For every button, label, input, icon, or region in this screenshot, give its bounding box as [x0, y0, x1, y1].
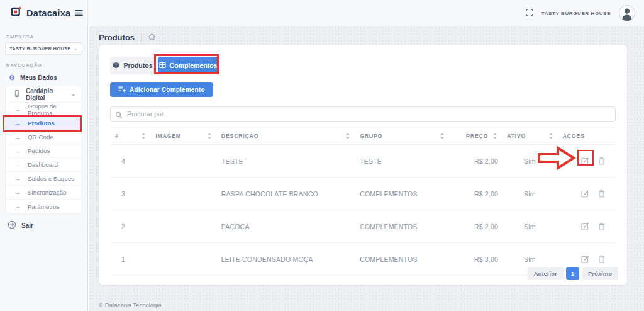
pagination-next-button[interactable]: Próximo [582, 267, 618, 280]
arrow-right-icon: → [15, 203, 21, 210]
sidebar-item-cardapio-digital[interactable]: Cardápio Digital ⌄ [6, 86, 82, 103]
tab-complementos[interactable]: Complementos [158, 57, 218, 74]
content-card: Produtos Complementos [99, 45, 627, 285]
trash-icon [598, 255, 605, 263]
column-header-id: # [115, 133, 119, 139]
sidebar-item-pedidos[interactable]: → Pedidos [6, 144, 82, 158]
company-select-value: TASTY BURGUER HOUSE [9, 46, 71, 52]
search-icon [115, 110, 123, 122]
sidebar-item-label: Grupos de Produtos [28, 103, 82, 116]
sidebar: Datacaixa EMPRESA TASTY BURGUER HOUSE ⌄ … [0, 0, 88, 311]
pagination-page-1-button[interactable]: 1 [566, 267, 579, 280]
sort-icon[interactable] [346, 133, 350, 139]
topbar: TASTY BURGUER HOUSE [89, 0, 644, 26]
search-input[interactable] [110, 106, 616, 122]
delete-button[interactable] [598, 255, 605, 263]
edit-button[interactable] [581, 189, 589, 198]
delete-button[interactable] [598, 189, 605, 198]
trash-icon [598, 222, 605, 230]
sidebar-item-label: Produtos [28, 120, 55, 127]
sidebar-item-sincronizacao[interactable]: → Sincronização [6, 186, 82, 200]
cell-ativo: Sim [502, 145, 557, 178]
edit-button[interactable] [581, 222, 589, 230]
complementos-table: # IMAGEM DESCRIÇÃO GRUPO PREÇO ATIVO AÇÕ… [110, 127, 616, 276]
cell-imagem [150, 145, 216, 178]
chevron-down-icon: ⌄ [74, 46, 78, 52]
menu-toggle-icon[interactable] [75, 8, 83, 19]
table-row: 4 TESTE TESTE R$ 2,00 Sim [110, 145, 616, 178]
page-title: Produtos [99, 33, 135, 42]
column-header-grupo: GRUPO [360, 133, 382, 139]
delete-button[interactable] [598, 222, 605, 230]
fullscreen-icon[interactable] [526, 8, 533, 19]
cell-descricao: LEITE CONDENSADO MOÇA [216, 243, 355, 276]
sidebar-menu-card: Cardápio Digital ⌄ → Grupos de Produtos … [5, 86, 82, 214]
edit-button[interactable] [581, 157, 589, 165]
cell-id: 3 [110, 178, 150, 210]
list-plus-icon [118, 86, 126, 94]
sort-icon[interactable] [493, 133, 497, 139]
arrow-right-icon: → [15, 106, 21, 113]
topbar-company-name: TASTY BURGUER HOUSE [541, 11, 611, 16]
cell-imagem [150, 243, 216, 276]
app-root: Datacaixa EMPRESA TASTY BURGUER HOUSE ⌄ … [0, 0, 644, 311]
table-row: 2 PAÇOCA COMPLEMENTOS R$ 2,00 Sim [110, 210, 616, 243]
edit-button[interactable] [581, 255, 589, 263]
home-icon[interactable] [148, 31, 156, 43]
arrow-right-icon: → [15, 189, 21, 196]
breadcrumb-divider [141, 33, 142, 42]
tab-label: Complementos [170, 62, 218, 69]
sidebar-item-qr-code[interactable]: → QR Code [6, 130, 82, 144]
sidebar-item-label: Meus Dados [20, 74, 57, 81]
sort-icon[interactable] [549, 133, 553, 139]
sort-icon[interactable] [440, 133, 444, 139]
brand-name: Datacaixa [26, 8, 70, 18]
sidebar-item-sair[interactable]: Sair [0, 218, 87, 232]
table-row: 3 RASPA CHOCOLATE BRANCO COMPLEMENTOS R$… [110, 178, 616, 210]
cell-id: 2 [110, 210, 150, 243]
arrow-right-icon: → [15, 162, 21, 168]
cell-grupo: TESTE [355, 145, 449, 178]
sidebar-item-label: Sair [21, 222, 33, 229]
column-header-ativo: ATIVO [507, 133, 526, 139]
delete-button[interactable] [598, 157, 605, 165]
sidebar-item-label: Cardápio Digital [26, 88, 66, 101]
cell-id: 4 [110, 145, 150, 178]
sidebar-item-label: QR Code [28, 133, 53, 140]
sidebar-item-label: Parâmetros [28, 203, 60, 210]
breadcrumb: Produtos [89, 26, 644, 43]
sidebar-item-saldos-e-saques[interactable]: → Saldos e Saques [6, 172, 82, 186]
sidebar-item-grupos-de-produtos[interactable]: → Grupos de Produtos [6, 103, 82, 116]
cell-ativo: Sim [502, 178, 557, 210]
tab-label: Produtos [123, 62, 152, 69]
cube-icon [113, 62, 119, 70]
cell-preco: R$ 3,00 [449, 243, 502, 276]
add-complemento-button[interactable]: Adicionar Complemento [110, 82, 213, 97]
sidebar-item-dashboard[interactable]: → Dashboard [6, 158, 82, 172]
tab-produtos[interactable]: Produtos [110, 57, 155, 74]
cell-preco: R$ 2,00 [449, 178, 502, 210]
sort-icon[interactable] [142, 133, 145, 139]
avatar[interactable] [619, 5, 635, 21]
edit-icon [581, 222, 589, 230]
datacaixa-logo-icon [10, 6, 22, 21]
arrow-right-icon: → [15, 176, 21, 182]
sidebar-item-label: Dashboard [28, 161, 58, 168]
person-icon [619, 6, 635, 21]
company-select[interactable]: TASTY BURGUER HOUSE ⌄ [5, 42, 82, 55]
arrow-right-icon: → [15, 148, 21, 154]
smartphone-icon [13, 89, 21, 99]
footer-copyright: © Datacaixa Tecnologia [99, 302, 162, 308]
pagination-previous-button[interactable]: Anterior [528, 267, 564, 280]
sort-icon[interactable] [208, 133, 211, 139]
cell-grupo: COMPLEMENTOS [355, 243, 449, 276]
sidebar-item-produtos[interactable]: → Produtos [6, 116, 82, 130]
cell-imagem [150, 210, 216, 243]
column-header-descricao: DESCRIÇÃO [221, 133, 258, 139]
sidebar-item-parametros[interactable]: → Parâmetros [6, 200, 82, 213]
logout-icon [8, 220, 16, 230]
trash-icon [598, 157, 605, 165]
sidebar-item-meus-dados[interactable]: ⚙ Meus Dados [0, 71, 87, 84]
cell-ativo: Sim [502, 210, 557, 243]
edit-icon [581, 157, 589, 165]
